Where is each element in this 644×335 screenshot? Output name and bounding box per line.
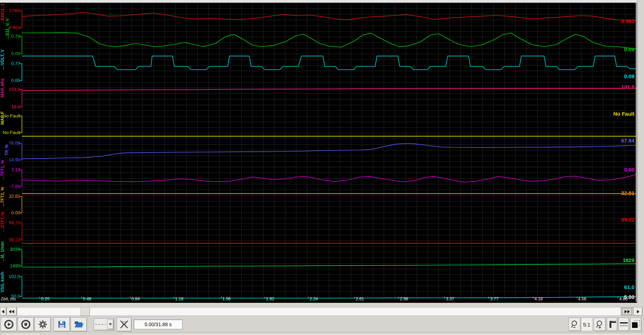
scale-max-volt: 0.77 (0, 61, 20, 66)
current-value-map: 101.0 (576, 83, 634, 90)
plot-area[interactable]: ...EGO1,:11.0800.9630.993...S11_V, V0.79… (0, 3, 637, 303)
clipped-control (1, 333, 40, 335)
line-style-sample (94, 322, 106, 327)
trace-volt (22, 56, 636, 69)
clear-markers-button[interactable] (117, 317, 132, 331)
current-value-ego1: 0.993 (576, 18, 634, 24)
scroll-step-right-button[interactable] (633, 307, 643, 316)
gear-icon (38, 319, 48, 329)
x-tick-11: 4.16 (533, 297, 543, 301)
line-width-icon (620, 322, 628, 327)
window-top-edge (0, 0, 644, 3)
scale-min-ego1: 0.963 (0, 25, 20, 30)
x-tick-6: 2.24 (308, 297, 318, 301)
settings-button[interactable] (35, 317, 51, 331)
current-value-tft2: 32.81 (576, 190, 634, 196)
timeline-scrollbar-track[interactable] (17, 307, 621, 316)
clipped-bottom-row (0, 332, 644, 335)
trace-ego1 (22, 12, 636, 21)
current-value-volt: 0.09 (576, 73, 634, 80)
scale-min-map-fault: No Fault (0, 130, 20, 135)
scale-max-tp: 76.08 (0, 140, 20, 146)
save-icon (57, 320, 66, 329)
x-tick-4: 1.56 (221, 297, 231, 301)
time-cursor (636, 3, 637, 302)
double-left-arrow-icon (9, 310, 14, 313)
window-right-edge (637, 0, 644, 304)
x-tick-1: 0.48 (81, 297, 91, 301)
color-swatch-icon (631, 320, 640, 329)
timeline-scrollbar-thumb[interactable] (81, 307, 90, 316)
scale-max-tft2: 32.81 (0, 194, 20, 199)
x-tick-3: 1.18 (174, 297, 183, 301)
open-file-button[interactable] (71, 317, 87, 331)
x-axis-label: Zeit, ms (1, 297, 16, 301)
line-style-dropdown[interactable] (94, 318, 114, 330)
x-tick-5: 1.92 (265, 297, 274, 301)
x-tick-2: 0.84 (130, 297, 140, 301)
ruler-button[interactable] (607, 318, 617, 331)
trace-map (22, 88, 636, 91)
zoom-out-button[interactable] (569, 318, 581, 331)
x-tick-0: 0.20 (40, 297, 49, 301)
zoom-out-icon (570, 320, 579, 329)
scale-min-rpm: 1490 (0, 263, 20, 268)
channel-label-tp: TP, % (5, 144, 9, 155)
scale-max-ego1: 1.080 (0, 8, 20, 13)
diagnostic-logger-window: ...EGO1,:11.0800.9630.993...S11_V, V0.79… (0, 0, 644, 335)
trace-tp (22, 144, 636, 159)
scale-max-stft: 99.22 (0, 220, 20, 225)
scale-max-vss: 102.0 (0, 274, 20, 279)
scroll-jump-left-button[interactable] (7, 307, 17, 316)
scroll-jump-right-button[interactable] (621, 307, 633, 316)
double-right-arrow-icon (624, 310, 630, 313)
current-value-rpm: 1829 (576, 257, 634, 264)
time-position-display[interactable]: 5.00/31.88 s (134, 319, 182, 329)
traces-layer (0, 3, 637, 303)
current-value-vss: 61.0 (576, 284, 634, 290)
x-tick-10: 3.77 (489, 297, 498, 301)
scale-max-s11v: 0.79 (0, 34, 20, 39)
step-right-icon (637, 310, 639, 313)
x-tick-7: 2.61 (354, 297, 364, 301)
current-value-s11v: 0.09 (576, 46, 634, 53)
scale-max-map: 103.0 (0, 87, 20, 92)
crossed-markers-icon (119, 319, 129, 329)
chevron-down-icon (109, 323, 112, 325)
scale-max-map-fault: No Fault (0, 113, 20, 119)
play-icon (4, 319, 14, 329)
background-color-button[interactable] (630, 318, 642, 331)
current-value-stft: 99.22 (576, 216, 634, 223)
channel-label-ego1: ...EGO1,:1 (0, 4, 5, 24)
dropdown-arrow-button[interactable] (107, 319, 114, 329)
trace-s11v (22, 33, 636, 49)
cursor-time-value: 5.00 (576, 294, 634, 300)
zoom-in-icon (595, 320, 604, 329)
channel-label-volt: ....VOLT, V (0, 50, 5, 70)
ruler-icon (608, 320, 617, 329)
current-value-map-fault: No Fault (576, 110, 634, 117)
x-tick-9: 3.37 (445, 297, 454, 301)
scale-min-map: 18.0 (0, 104, 20, 109)
play-button[interactable] (1, 317, 17, 331)
scale-max-rpm: 3039 (0, 247, 20, 252)
step-left-icon (2, 310, 5, 313)
trace-vss (22, 296, 636, 298)
stop-button[interactable] (18, 317, 34, 331)
stop-icon (21, 319, 31, 329)
scale-max-tft1: 3.13 (0, 167, 20, 172)
trace-rpm (22, 264, 636, 267)
line-width-button[interactable] (619, 318, 629, 331)
clipped-field (122, 333, 642, 335)
current-value-tft1: 0.00 (576, 166, 634, 173)
zoom-ratio-value: 5:1 (583, 322, 591, 328)
save-button[interactable] (54, 317, 70, 331)
open-folder-icon (74, 320, 84, 329)
scroll-step-left-button[interactable] (0, 307, 6, 316)
zoom-ratio-display: 5:1 (581, 318, 592, 331)
x-tick-8: 2.98 (399, 297, 408, 301)
current-value-tp: 67.84 (576, 137, 634, 144)
bottom-chrome: 5.00/31.88 s 5:1 (0, 303, 644, 335)
zoom-in-button[interactable] (594, 318, 606, 331)
trace-tft1 (22, 174, 636, 182)
